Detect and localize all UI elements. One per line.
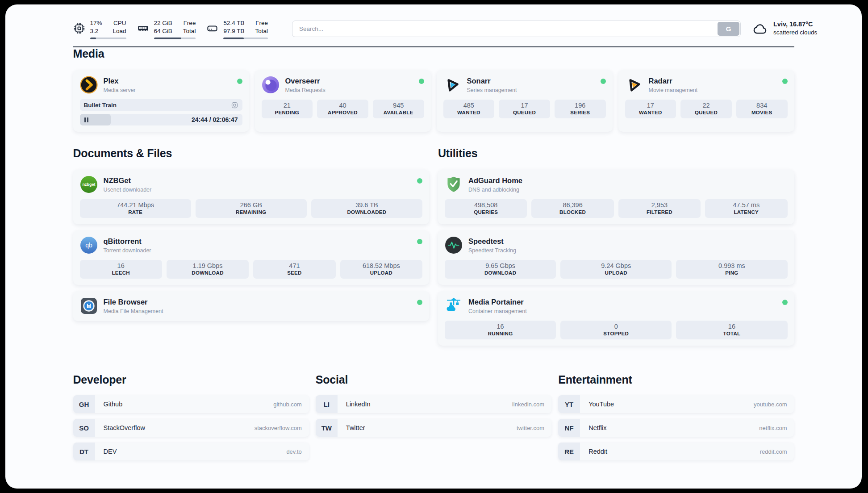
app-name: Radarr [649, 77, 698, 86]
disk-free-value: 52.4 TB [223, 19, 244, 27]
status-online-dot [782, 300, 788, 305]
bookmark-group-entertainment: Entertainment YT YouTube youtube.com NF … [558, 373, 794, 466]
section-title-entertainment: Entertainment [558, 373, 794, 386]
search-input[interactable] [292, 21, 741, 37]
stat-leech: 16LEECH [80, 260, 162, 279]
pause-icon[interactable] [84, 117, 88, 122]
stat-total: 16TOTAL [676, 321, 787, 339]
now-playing-row[interactable]: Bullet Train [80, 99, 242, 111]
stat-latency: 47.57 msLATENCY [705, 199, 787, 218]
app-card-overseerr[interactable]: Overseerr Media Requests 21PENDING 40APP… [255, 70, 431, 132]
stat-downloaded: 39.6 TBDOWNLOADED [311, 199, 422, 218]
bookmark-abbr: NF [558, 419, 580, 437]
qbittorrent-icon: qb [80, 236, 98, 254]
app-card-plex[interactable]: Plex Media server Bullet Train 24:44 / 0… [73, 70, 249, 132]
stat-series: 196SERIES [555, 100, 606, 118]
file-browser-icon [80, 297, 98, 315]
stat-seed: 471SEED [253, 260, 335, 279]
bookmark-name: YouTube [588, 401, 614, 408]
cpu-value: 17% [90, 19, 102, 27]
app-desc: Media File Management [104, 308, 163, 314]
bookmark-domain: youtube.com [754, 401, 787, 408]
memory-total-value: 64 GiB [154, 27, 172, 35]
bookmark-dev[interactable]: DT DEV dev.to [73, 443, 309, 460]
disk-progress-bar [223, 38, 268, 40]
bookmark-linkedin[interactable]: LI LinkedIn linkedin.com [316, 395, 551, 413]
app-name: Plex [104, 77, 136, 86]
stat-approved: 40APPROVED [317, 100, 368, 118]
bookmark-github[interactable]: GH Github github.com [73, 395, 309, 413]
stat-blocked: 86,396BLOCKED [531, 199, 613, 218]
radarr-icon [625, 76, 643, 94]
memory-free-value: 22 GiB [154, 19, 172, 27]
app-card-sonarr[interactable]: Sonarr Series management 485WANTED 17QUE… [437, 70, 613, 132]
stat-stopped: 0STOPPED [560, 321, 672, 339]
search-bar: G [292, 21, 741, 37]
disk-total-label: Total [255, 27, 268, 35]
cpu-chip-icon [73, 19, 85, 39]
app-card-adguard-home[interactable]: AdGuard Home DNS and adblocking 498,508Q… [438, 170, 794, 224]
stat-remaining: 266 GBREMAINING [196, 199, 307, 218]
section-title-media: Media [73, 47, 794, 60]
video-camera-icon [231, 101, 238, 109]
disk-total-value: 97.9 TB [223, 27, 244, 35]
app-card-radarr[interactable]: Radarr Movie management 17WANTED 22QUEUE… [618, 70, 794, 132]
memory-free-label: Free [183, 19, 196, 27]
status-online-dot [782, 79, 788, 84]
stat-download: 1.19 GbpsDOWNLOAD [167, 260, 249, 279]
memory-progress-bar [154, 38, 196, 40]
stat-running: 16RUNNING [445, 321, 556, 339]
status-online-dot [419, 79, 424, 84]
bookmark-abbr: TW [316, 419, 338, 437]
app-name: Overseerr [285, 77, 326, 86]
memory-usage-widget: 22 GiB64 GiB FreeTotal [137, 19, 196, 39]
stat-upload: 9.24 GbpsUPLOAD [560, 260, 672, 279]
bookmark-name: LinkedIn [346, 401, 371, 408]
app-desc: Torrent downloader [104, 247, 151, 254]
bookmark-name: Reddit [588, 448, 607, 455]
bookmark-abbr: RE [558, 443, 580, 460]
cloud-icon [752, 21, 768, 39]
app-name: NZBGet [104, 176, 152, 185]
stat-queued: 22QUEUED [680, 100, 732, 118]
stat-ping: 0.993 msPING [676, 260, 787, 279]
dashboard-page: 17%3.2 CPULoad 22 GiB64 GiB FreeTotal [5, 4, 862, 489]
bookmark-stackoverflow[interactable]: SO StackOverflow stackoverflow.com [73, 419, 309, 437]
app-name: AdGuard Home [468, 176, 522, 185]
playback-progress-bar[interactable]: 24:44 / 02:06:47 [80, 114, 242, 125]
status-online-dot [417, 239, 422, 244]
bookmark-twitter[interactable]: TW Twitter twitter.com [316, 419, 551, 437]
app-card-file-browser[interactable]: File Browser Media File Management [73, 291, 430, 321]
bookmark-reddit[interactable]: RE Reddit reddit.com [558, 443, 794, 460]
bookmark-abbr: YT [558, 395, 580, 413]
app-desc: Speedtest Tracking [468, 247, 516, 254]
bookmark-name: Github [104, 401, 123, 408]
app-desc: Media server [104, 87, 136, 93]
status-online-dot [601, 79, 606, 84]
app-name: qBittorrent [104, 237, 151, 246]
bookmark-netflix[interactable]: NF Netflix netflix.com [558, 419, 794, 437]
cpu-value-2: 3.2 [90, 27, 102, 35]
app-name: Speedtest [468, 237, 516, 246]
ram-icon [137, 19, 149, 39]
app-card-qbittorrent[interactable]: qb qBittorrent Torrent downloader 16LEEC… [73, 230, 430, 285]
status-online-dot [417, 178, 422, 184]
app-desc: Series management [467, 87, 517, 93]
bookmark-group-developer: Developer GH Github github.com SO StackO… [73, 373, 309, 466]
app-card-speedtest[interactable]: Speedtest Speedtest Tracking 9.65 GbpsDO… [438, 230, 794, 285]
stat-pending: 21PENDING [262, 100, 313, 118]
adguard-shield-icon [445, 175, 463, 193]
overseerr-icon [262, 76, 280, 94]
stat-wanted: 17WANTED [625, 100, 676, 118]
search-engine-button[interactable]: G [718, 22, 739, 36]
stat-available: 945AVAILABLE [373, 100, 424, 118]
bookmark-youtube[interactable]: YT YouTube youtube.com [558, 395, 794, 413]
stat-download: 9.65 GbpsDOWNLOAD [445, 260, 556, 279]
portainer-crane-icon [445, 297, 463, 315]
app-card-media-portainer[interactable]: Media Portainer Container management 16R… [438, 291, 794, 346]
sonarr-icon [443, 76, 461, 94]
app-name: Media Portainer [468, 298, 527, 307]
playback-time: 24:44 / 02:06:47 [192, 116, 238, 123]
app-card-nzbget[interactable]: nzbget NZBGet Usenet downloader 744.21 M… [73, 170, 430, 224]
stat-queued: 17QUEUED [499, 100, 550, 118]
